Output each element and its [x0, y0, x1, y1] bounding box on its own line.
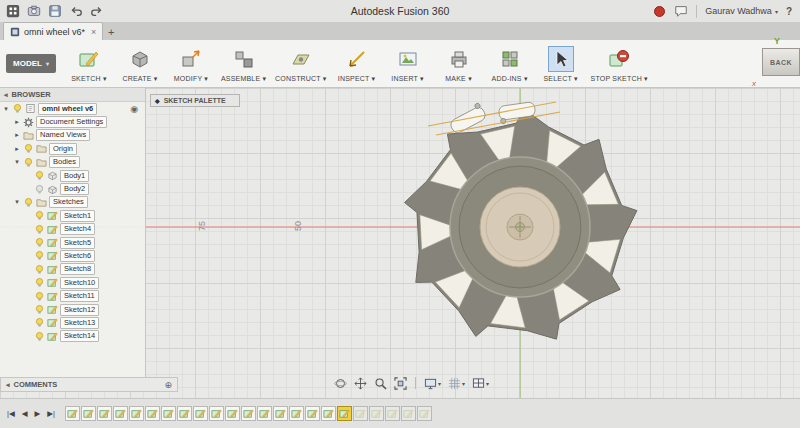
timeline-feature-16[interactable] [305, 406, 320, 421]
caret-open-icon[interactable]: ▾ [13, 198, 21, 206]
app-menu-button[interactable] [5, 4, 20, 19]
component-activate-radio[interactable]: ◉ [130, 104, 138, 114]
timeline-feature-11[interactable] [225, 406, 240, 421]
skip-start-button[interactable]: |◀ [5, 407, 17, 420]
timeline-feature-9[interactable] [193, 406, 208, 421]
caret-open-icon[interactable]: ▾ [13, 158, 21, 166]
timeline-feature-17[interactable] [321, 406, 336, 421]
tree-item-sketch4[interactable]: Sketch4 [0, 223, 145, 236]
bulb-icon[interactable] [34, 331, 45, 342]
timeline-feature-12[interactable] [241, 406, 256, 421]
bulb-icon[interactable] [23, 157, 34, 168]
toolbar-group-assemble[interactable]: ASSEMBLE ▾ [221, 46, 266, 83]
caret-closed-icon[interactable]: ▸ [13, 118, 21, 126]
viewports-menu-button[interactable]: ▾ [470, 375, 491, 391]
timeline-feature-15[interactable] [289, 406, 304, 421]
bulb-icon[interactable] [23, 197, 34, 208]
toolbar-group-sketch[interactable]: SKETCH ▾ [68, 46, 110, 83]
bulb-off-icon[interactable] [34, 184, 45, 195]
tree-item-bodies[interactable]: ▾Bodies [0, 156, 145, 169]
toolbar-group-addins[interactable]: ADD-INS ▾ [489, 46, 531, 83]
tree-item-sketch5[interactable]: Sketch5 [0, 236, 145, 249]
document-tab[interactable]: omni wheel v6* × [3, 22, 103, 40]
dimension-label-75[interactable]: 75 [197, 221, 207, 231]
bulb-icon[interactable] [34, 170, 45, 181]
display-menu-button[interactable]: ▾ [422, 375, 443, 391]
sketch-palette-bar[interactable]: ◆ SKETCH PALETTE [150, 94, 240, 107]
timeline-feature-23[interactable] [417, 406, 432, 421]
zoom-button[interactable] [372, 375, 389, 391]
tree-item-sketch8[interactable]: Sketch8 [0, 263, 145, 276]
pan-button[interactable] [352, 375, 369, 391]
chat-icon[interactable] [673, 4, 688, 19]
bulb-icon[interactable] [34, 317, 45, 328]
collapse-comments-icon[interactable]: ◂ [6, 381, 10, 389]
tree-item-omni-wheel-v6[interactable]: ▾omni wheel v6◉ [0, 102, 145, 115]
timeline-feature-19[interactable] [353, 406, 368, 421]
skip-end-button[interactable]: ▶| [45, 407, 57, 420]
tree-item-origin[interactable]: ▸Origin [0, 142, 145, 155]
bulb-icon[interactable] [34, 237, 45, 248]
browser-header[interactable]: ◂ BROWSER [0, 88, 145, 102]
timeline-feature-2[interactable] [81, 406, 96, 421]
toolbar-group-create[interactable]: CREATE ▾ [119, 46, 161, 83]
center-sketch-point[interactable] [518, 225, 521, 228]
viewcube[interactable]: Y BACK x [748, 36, 800, 88]
user-menu[interactable]: Gaurav Wadhwa ▾ [705, 6, 778, 16]
fit-button[interactable] [392, 375, 409, 391]
bulb-icon[interactable] [23, 143, 34, 154]
toolbar-group-select[interactable]: SELECT ▾ [540, 46, 582, 83]
timeline-feature-10[interactable] [209, 406, 224, 421]
record-button[interactable] [654, 6, 665, 17]
timeline-feature-4[interactable] [113, 406, 128, 421]
toolbar-group-modify[interactable]: MODIFY ▾ [170, 46, 212, 83]
viewport[interactable]: 75 50 ◂ BROWSER ▾omni wheel v6◉▸Document… [0, 88, 800, 398]
omni-wheel-model[interactable] [405, 102, 637, 340]
timeline-feature-5[interactable] [129, 406, 144, 421]
bulb-icon[interactable] [34, 210, 45, 221]
toolbar-group-inspect[interactable]: INSPECT ▾ [336, 46, 378, 83]
tree-item-named-views[interactable]: ▸Named Views [0, 129, 145, 142]
close-tab-icon[interactable]: × [91, 27, 96, 37]
caret-open-icon[interactable]: ▾ [2, 105, 10, 113]
tree-item-sketch11[interactable]: Sketch11 [0, 289, 145, 302]
timeline-feature-20[interactable] [369, 406, 384, 421]
new-tab-button[interactable]: + [103, 24, 119, 40]
bulb-icon[interactable] [12, 103, 23, 114]
timeline-feature-21[interactable] [385, 406, 400, 421]
tree-item-sketch14[interactable]: Sketch14 [0, 330, 145, 343]
bulb-icon[interactable] [34, 291, 45, 302]
tree-item-body2[interactable]: Body2 [0, 182, 145, 195]
tree-item-sketches[interactable]: ▾Sketches [0, 196, 145, 209]
add-comment-icon[interactable]: ⊕ [164, 380, 172, 390]
viewcube-back-face[interactable]: BACK [762, 48, 800, 76]
tree-item-sketch12[interactable]: Sketch12 [0, 303, 145, 316]
capture-button[interactable] [26, 4, 41, 19]
save-button[interactable] [47, 4, 62, 19]
tree-item-sketch10[interactable]: Sketch10 [0, 276, 145, 289]
tree-item-body1[interactable]: Body1 [0, 169, 145, 182]
tree-item-document-settings[interactable]: ▸Document Settings [0, 115, 145, 128]
workspace-selector[interactable]: MODEL ▾ [6, 54, 56, 73]
toolbar-group-construct[interactable]: CONSTRUCT ▾ [275, 46, 326, 83]
toolbar-group-stopsketch[interactable]: STOP SKETCH ▾ [591, 46, 648, 83]
bulb-icon[interactable] [34, 304, 45, 315]
tree-item-sketch6[interactable]: Sketch6 [0, 249, 145, 262]
bulb-icon[interactable] [34, 277, 45, 288]
redo-button[interactable] [89, 4, 104, 19]
orbit-button[interactable] [332, 375, 349, 391]
collapse-browser-icon[interactable]: ◂ [4, 91, 8, 99]
timeline-feature-1[interactable] [65, 406, 80, 421]
dimension-label-50[interactable]: 50 [293, 221, 303, 231]
play-button[interactable]: ▶ [33, 407, 43, 420]
bulb-icon[interactable] [34, 264, 45, 275]
bulb-icon[interactable] [34, 250, 45, 261]
tree-item-sketch1[interactable]: Sketch1 [0, 209, 145, 222]
toolbar-group-make[interactable]: MAKE ▾ [438, 46, 480, 83]
help-button[interactable]: ? [786, 6, 792, 17]
caret-closed-icon[interactable]: ▸ [13, 131, 21, 139]
timeline-feature-8[interactable] [177, 406, 192, 421]
undo-button[interactable] [68, 4, 83, 19]
bulb-icon[interactable] [34, 224, 45, 235]
timeline-feature-3[interactable] [97, 406, 112, 421]
